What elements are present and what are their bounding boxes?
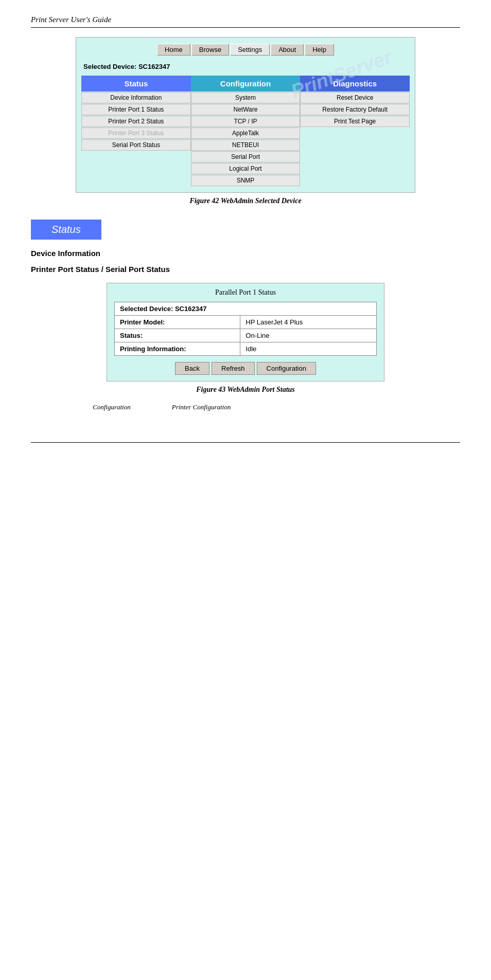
port-status-table: Selected Device: SC162347 Printer Model:… [114,302,377,356]
menu-item-snmp[interactable]: SNMP [191,175,301,186]
refresh-button[interactable]: Refresh [212,362,255,375]
table-row: Printer Model: HP LaserJet 4 Plus [115,316,377,329]
nav-browse-button[interactable]: Browse [191,44,229,56]
device-info-heading: Device Information [31,249,460,258]
nav-about-button[interactable]: About [271,44,304,56]
status-button-large[interactable]: Status [31,220,101,240]
configuration-column: Configuration System NetWare TCP / IP Ap… [191,76,301,186]
menu-item-netbeui[interactable]: NETBEUI [191,139,301,151]
port-status-title: Parallel Port 1 Status [114,288,377,297]
status-header: Status [81,76,191,92]
menu-item-logical-port[interactable]: Logical Port [191,163,301,174]
port-status-heading: Printer Port Status / Serial Port Status [31,265,460,274]
menu-item-netware[interactable]: NetWare [191,104,301,115]
printing-info-label: Printing Information: [115,342,240,356]
webadmin-screenshot-1: PrintServer Home Browse Settings About H… [76,37,415,193]
status-section: Status [31,214,460,249]
menu-item-port2[interactable]: Printer Port 2 Status [81,116,191,127]
status-label: Status: [115,329,240,342]
figure42-caption: Figure 42 WebAdmin Selected Device [31,197,460,205]
menu-item-device-info[interactable]: Device Information [81,92,191,103]
diagnostics-column: Diagnostics Reset Device Restore Factory… [300,76,410,186]
menu-item-appletalk[interactable]: AppleTalk [191,128,301,139]
nav-home-button[interactable]: Home [157,44,190,56]
port-status-actions: Back Refresh Configuration [114,362,377,375]
diagnostics-header: Diagnostics [300,76,410,92]
page-title: Print Server User's Guide [31,15,111,24]
config-note: Configuration Printer Configuration [31,403,460,411]
table-row: Selected Device: SC162347 [115,302,377,316]
menu-item-port3: Printer Port 3 Status [81,128,191,139]
selected-device-row: Selected Device: SC162347 [115,302,377,316]
config-note-left: Configuration [93,403,131,411]
bottom-rule [31,442,460,443]
configuration-header: Configuration [191,76,301,92]
figure43-caption: Figure 43 WebAdmin Port Status [31,386,460,394]
table-row: Printing Information: Idle [115,342,377,356]
printer-model-value: HP LaserJet 4 Plus [240,316,377,329]
selected-device-label: Selected Device: SC162347 [81,63,410,70]
menu-item-serial-port[interactable]: Serial Port [191,151,301,162]
port-status-panel: Parallel Port 1 Status Selected Device: … [107,283,384,382]
nav-bar: Home Browse Settings About Help [81,44,410,56]
nav-help-button[interactable]: Help [305,44,334,56]
status-value: On-Line [240,329,377,342]
menu-item-restore-factory[interactable]: Restore Factory Default [300,104,410,115]
table-row: Status: On-Line [115,329,377,342]
config-note-right: Printer Configuration [172,403,231,411]
menu-item-reset-device[interactable]: Reset Device [300,92,410,103]
menu-item-system[interactable]: System [191,92,301,103]
menu-item-print-test[interactable]: Print Test Page [300,116,410,127]
page-header: Print Server User's Guide [31,15,460,28]
printing-info-value: Idle [240,342,377,356]
back-button[interactable]: Back [175,362,209,375]
nav-settings-button[interactable]: Settings [230,44,270,56]
configuration-button[interactable]: Configuration [257,362,316,375]
status-column: Status Device Information Printer Port 1… [81,76,191,186]
menu-grid: Status Device Information Printer Port 1… [81,76,410,186]
menu-item-tcpip[interactable]: TCP / IP [191,116,301,127]
printer-model-label: Printer Model: [115,316,240,329]
menu-item-port1[interactable]: Printer Port 1 Status [81,104,191,115]
menu-item-serial[interactable]: Serial Port Status [81,139,191,151]
